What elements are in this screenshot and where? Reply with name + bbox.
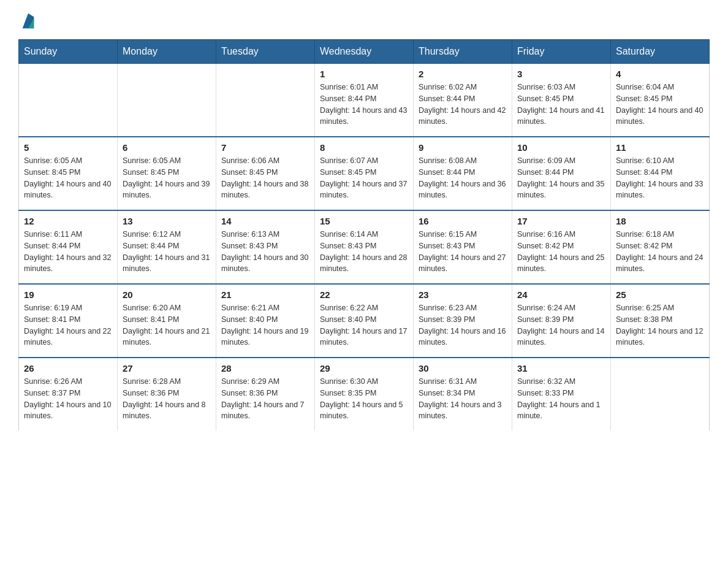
day-info: Sunrise: 6:08 AMSunset: 8:44 PMDaylight:… (419, 155, 507, 201)
calendar-cell: 26Sunrise: 6:26 AMSunset: 8:37 PMDayligh… (19, 358, 118, 431)
calendar-cell: 4Sunrise: 6:04 AMSunset: 8:45 PMDaylight… (611, 64, 710, 137)
calendar-cell (611, 358, 710, 431)
calendar-cell: 21Sunrise: 6:21 AMSunset: 8:40 PMDayligh… (216, 284, 315, 358)
day-info: Sunrise: 6:05 AMSunset: 8:45 PMDaylight:… (24, 155, 112, 201)
calendar-cell: 13Sunrise: 6:12 AMSunset: 8:44 PMDayligh… (118, 210, 216, 284)
day-info: Sunrise: 6:24 AMSunset: 8:39 PMDaylight:… (517, 302, 605, 348)
day-info: Sunrise: 6:31 AMSunset: 8:34 PMDaylight:… (419, 376, 507, 422)
calendar-cell: 22Sunrise: 6:22 AMSunset: 8:40 PMDayligh… (315, 284, 414, 358)
calendar-cell: 7Sunrise: 6:06 AMSunset: 8:45 PMDaylight… (216, 137, 315, 210)
calendar-cell: 2Sunrise: 6:02 AMSunset: 8:44 PMDaylight… (414, 64, 512, 137)
day-number: 17 (517, 216, 605, 226)
day-info: Sunrise: 6:05 AMSunset: 8:45 PMDaylight:… (123, 155, 211, 201)
day-header-tuesday: Tuesday (216, 40, 315, 64)
calendar-cell (118, 64, 216, 137)
day-number: 4 (616, 69, 704, 79)
calendar-cell: 19Sunrise: 6:19 AMSunset: 8:41 PMDayligh… (19, 284, 118, 358)
day-number: 14 (221, 216, 309, 226)
day-number: 20 (123, 289, 211, 300)
day-number: 6 (123, 142, 211, 153)
calendar-week-row: 19Sunrise: 6:19 AMSunset: 8:41 PMDayligh… (19, 284, 710, 358)
calendar-cell: 12Sunrise: 6:11 AMSunset: 8:44 PMDayligh… (19, 210, 118, 284)
day-header-sunday: Sunday (19, 40, 118, 64)
day-header-saturday: Saturday (611, 40, 710, 64)
calendar-header-row: SundayMondayTuesdayWednesdayThursdayFrid… (19, 40, 710, 64)
day-number: 1 (320, 69, 408, 79)
calendar-cell: 27Sunrise: 6:28 AMSunset: 8:36 PMDayligh… (118, 358, 216, 431)
day-info: Sunrise: 6:04 AMSunset: 8:45 PMDaylight:… (616, 82, 704, 128)
calendar-week-row: 1Sunrise: 6:01 AMSunset: 8:44 PMDaylight… (19, 64, 710, 137)
day-number: 29 (320, 363, 408, 373)
page-header (18, 12, 710, 33)
day-info: Sunrise: 6:23 AMSunset: 8:39 PMDaylight:… (419, 302, 507, 348)
calendar-cell: 16Sunrise: 6:15 AMSunset: 8:43 PMDayligh… (414, 210, 512, 284)
calendar-cell: 3Sunrise: 6:03 AMSunset: 8:45 PMDaylight… (512, 64, 611, 137)
day-info: Sunrise: 6:19 AMSunset: 8:41 PMDaylight:… (24, 302, 112, 348)
day-info: Sunrise: 6:25 AMSunset: 8:38 PMDaylight:… (616, 302, 704, 348)
calendar-cell: 5Sunrise: 6:05 AMSunset: 8:45 PMDaylight… (19, 137, 118, 210)
calendar-cell: 11Sunrise: 6:10 AMSunset: 8:44 PMDayligh… (611, 137, 710, 210)
day-number: 2 (419, 69, 507, 79)
day-number: 8 (320, 142, 408, 153)
day-info: Sunrise: 6:02 AMSunset: 8:44 PMDaylight:… (419, 82, 507, 128)
day-header-thursday: Thursday (414, 40, 512, 64)
day-header-friday: Friday (512, 40, 611, 64)
calendar-cell: 9Sunrise: 6:08 AMSunset: 8:44 PMDaylight… (414, 137, 512, 210)
day-info: Sunrise: 6:06 AMSunset: 8:45 PMDaylight:… (221, 155, 309, 201)
day-number: 22 (320, 289, 408, 300)
calendar-cell: 31Sunrise: 6:32 AMSunset: 8:33 PMDayligh… (512, 358, 611, 431)
calendar-cell: 20Sunrise: 6:20 AMSunset: 8:41 PMDayligh… (118, 284, 216, 358)
day-number: 7 (221, 142, 309, 153)
day-number: 21 (221, 289, 309, 300)
calendar-week-row: 5Sunrise: 6:05 AMSunset: 8:45 PMDaylight… (19, 137, 710, 210)
day-info: Sunrise: 6:13 AMSunset: 8:43 PMDaylight:… (221, 229, 309, 275)
calendar-cell: 6Sunrise: 6:05 AMSunset: 8:45 PMDaylight… (118, 137, 216, 210)
day-info: Sunrise: 6:11 AMSunset: 8:44 PMDaylight:… (24, 229, 112, 275)
calendar-cell: 1Sunrise: 6:01 AMSunset: 8:44 PMDaylight… (315, 64, 414, 137)
day-info: Sunrise: 6:26 AMSunset: 8:37 PMDaylight:… (24, 376, 112, 422)
day-number: 18 (616, 216, 704, 226)
calendar-cell: 28Sunrise: 6:29 AMSunset: 8:36 PMDayligh… (216, 358, 315, 431)
calendar-cell: 18Sunrise: 6:18 AMSunset: 8:42 PMDayligh… (611, 210, 710, 284)
logo-text (18, 12, 37, 33)
day-info: Sunrise: 6:16 AMSunset: 8:42 PMDaylight:… (517, 229, 605, 275)
day-number: 9 (419, 142, 507, 153)
calendar-cell: 8Sunrise: 6:07 AMSunset: 8:45 PMDaylight… (315, 137, 414, 210)
day-number: 3 (517, 69, 605, 79)
calendar-table: SundayMondayTuesdayWednesdayThursdayFrid… (18, 39, 710, 431)
day-number: 26 (24, 363, 112, 373)
day-header-monday: Monday (118, 40, 216, 64)
calendar-cell: 15Sunrise: 6:14 AMSunset: 8:43 PMDayligh… (315, 210, 414, 284)
day-number: 30 (419, 363, 507, 373)
calendar-week-row: 12Sunrise: 6:11 AMSunset: 8:44 PMDayligh… (19, 210, 710, 284)
day-number: 11 (616, 142, 704, 153)
day-info: Sunrise: 6:09 AMSunset: 8:44 PMDaylight:… (517, 155, 605, 201)
day-number: 5 (24, 142, 112, 153)
day-number: 31 (517, 363, 605, 373)
day-number: 25 (616, 289, 704, 300)
day-number: 15 (320, 216, 408, 226)
calendar-cell: 23Sunrise: 6:23 AMSunset: 8:39 PMDayligh… (414, 284, 512, 358)
calendar-cell: 25Sunrise: 6:25 AMSunset: 8:38 PMDayligh… (611, 284, 710, 358)
day-info: Sunrise: 6:28 AMSunset: 8:36 PMDaylight:… (123, 376, 211, 422)
day-info: Sunrise: 6:32 AMSunset: 8:33 PMDaylight:… (517, 376, 605, 422)
calendar-cell: 30Sunrise: 6:31 AMSunset: 8:34 PMDayligh… (414, 358, 512, 431)
day-info: Sunrise: 6:03 AMSunset: 8:45 PMDaylight:… (517, 82, 605, 128)
day-number: 13 (123, 216, 211, 226)
day-info: Sunrise: 6:29 AMSunset: 8:36 PMDaylight:… (221, 376, 309, 422)
day-info: Sunrise: 6:07 AMSunset: 8:45 PMDaylight:… (320, 155, 408, 201)
logo (18, 12, 37, 33)
logo-icon (20, 12, 37, 29)
day-info: Sunrise: 6:01 AMSunset: 8:44 PMDaylight:… (320, 82, 408, 128)
day-info: Sunrise: 6:21 AMSunset: 8:40 PMDaylight:… (221, 302, 309, 348)
calendar-cell (216, 64, 315, 137)
day-info: Sunrise: 6:22 AMSunset: 8:40 PMDaylight:… (320, 302, 408, 348)
day-info: Sunrise: 6:10 AMSunset: 8:44 PMDaylight:… (616, 155, 704, 201)
day-number: 24 (517, 289, 605, 300)
day-info: Sunrise: 6:12 AMSunset: 8:44 PMDaylight:… (123, 229, 211, 275)
day-number: 19 (24, 289, 112, 300)
day-info: Sunrise: 6:15 AMSunset: 8:43 PMDaylight:… (419, 229, 507, 275)
day-number: 27 (123, 363, 211, 373)
calendar-cell: 24Sunrise: 6:24 AMSunset: 8:39 PMDayligh… (512, 284, 611, 358)
day-number: 23 (419, 289, 507, 300)
